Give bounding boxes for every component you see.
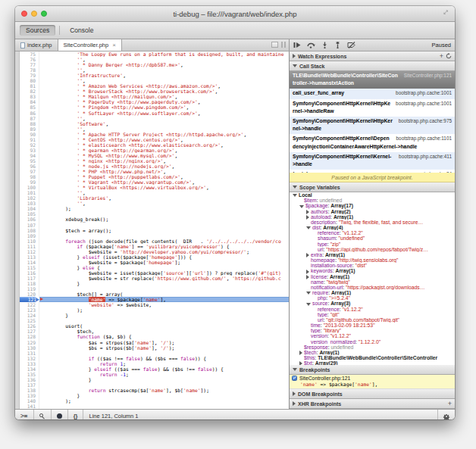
line-number[interactable]: 100 <box>20 185 39 190</box>
line-number[interactable]: 112 <box>20 249 39 254</box>
disclosure-closed-icon[interactable] <box>306 270 309 274</box>
line-number[interactable]: 128 <box>20 334 39 339</box>
line-number[interactable]: 140 <box>20 398 39 404</box>
line-number[interactable]: 99 <box>20 179 39 185</box>
scope-variable-row[interactable]: authors: Array(2) <box>290 209 455 214</box>
call-stack-frame[interactable]: bootstrap.php.cache:1001call_user_func_a… <box>290 89 455 98</box>
line-number[interactable]: 113 <box>20 254 39 260</box>
scope-variable-row[interactable]: extra: Array(1) <box>290 252 455 257</box>
line-number[interactable]: 122 <box>20 302 39 307</box>
disclosure-open-icon[interactable] <box>299 205 304 208</box>
pretty-print-button[interactable]: {} <box>68 410 84 419</box>
line-number[interactable]: 94 <box>20 153 39 158</box>
breakpoint-checkbox[interactable]: ✓ <box>292 376 297 381</box>
scope-variable-row[interactable]: keywords: Array(1) <box>290 268 455 273</box>
add-watch-icon[interactable]: + <box>440 53 443 59</box>
line-number[interactable]: 75 <box>20 51 39 57</box>
settings-button[interactable] <box>437 410 455 419</box>
disclosure-open-icon[interactable] <box>293 368 297 371</box>
scope-variable-row[interactable]: name: "twig/twig" <box>290 279 455 285</box>
resize-icon[interactable] <box>443 10 450 17</box>
line-number[interactable]: 129 <box>20 340 39 345</box>
line-number[interactable]: 117 <box>20 276 39 281</box>
line-number[interactable]: 92 <box>20 142 39 148</box>
line-number[interactable]: 110 <box>20 239 39 244</box>
close-tab-icon[interactable]: × <box>112 42 116 48</box>
close-window-icon[interactable] <box>21 11 27 17</box>
line-number[interactable]: 108 <box>20 228 39 233</box>
disclosure-closed-icon[interactable] <box>293 391 296 396</box>
line-number[interactable]: 126 <box>20 323 39 329</box>
line-number[interactable]: 105 <box>20 211 39 217</box>
refresh-icon[interactable] <box>446 53 452 59</box>
line-number[interactable]: 98 <box>20 174 39 179</box>
scope-variable-row[interactable]: $response: undefined <box>290 345 455 350</box>
line-number[interactable]: 132 <box>20 356 39 361</box>
line-number[interactable]: 118 <box>20 281 39 286</box>
scope-variable-row[interactable]: $item: undefined <box>290 198 455 203</box>
line-number[interactable]: 89 <box>20 126 39 132</box>
disclosure-closed-icon[interactable] <box>306 210 309 214</box>
disclosure-closed-icon[interactable] <box>306 275 309 279</box>
line-number[interactable]: 91 <box>20 137 39 142</box>
scope-variable-row[interactable]: time: "2013-02-09 18:21:53" <box>290 323 455 328</box>
pause-on-exceptions-button[interactable] <box>52 410 68 419</box>
line-number[interactable]: 77 <box>20 62 39 67</box>
line-number[interactable]: 123 <box>20 307 39 313</box>
scope-variable-row[interactable]: dist: Array(4) <box>290 225 455 230</box>
line-number[interactable]: 101 <box>20 190 39 195</box>
disclosure-open-icon[interactable] <box>293 186 297 189</box>
zoom-window-icon[interactable] <box>41 11 47 17</box>
line-number[interactable]: 131 <box>20 351 39 356</box>
disclosure-open-icon[interactable] <box>306 292 311 295</box>
call-stack-frame[interactable]: bootstrap.php.cache:1101Symfony\Componen… <box>290 134 455 151</box>
split-view-icon[interactable] <box>281 42 286 48</box>
scope-variable-row[interactable]: license: Array(1) <box>290 274 455 279</box>
disclosure-open-icon[interactable] <box>293 64 297 67</box>
step-into-icon[interactable] <box>321 42 328 48</box>
call-stack-frame[interactable]: bootstrap.php.cache:975Symfony\Component… <box>290 117 455 134</box>
scope-section-row[interactable]: Local <box>290 192 455 198</box>
line-number[interactable]: 76 <box>20 57 39 62</box>
scope-variable-row[interactable]: version: "v1.12.2" <box>290 333 455 338</box>
scope-variable-row[interactable]: url: "git://github.com/fabpot/Twig.git" <box>290 317 455 323</box>
call-stack-frame[interactable]: bootstrap.php.cache:411Symfony\Component… <box>290 152 455 170</box>
scope-variable-row[interactable]: notification-url: "https://packagist.org… <box>290 285 455 290</box>
line-number[interactable]: 78 <box>20 67 39 73</box>
line-number[interactable]: 106 <box>20 217 39 222</box>
line-number[interactable]: 84 <box>20 99 39 104</box>
line-number[interactable]: 103 <box>20 201 39 206</box>
line-number[interactable]: 133 <box>20 361 39 366</box>
line-number[interactable]: 95 <box>20 158 39 164</box>
line-number[interactable]: 120 <box>20 292 39 297</box>
show-navigator-icon[interactable] <box>271 42 278 48</box>
deactivate-breakpoints-icon[interactable] <box>347 42 356 48</box>
line-number[interactable]: 109 <box>20 233 39 239</box>
file-tab-sitecontroller-php[interactable]: SiteController.php × <box>58 39 122 51</box>
line-number[interactable]: 97 <box>20 169 39 174</box>
tab-sources[interactable]: Sources <box>20 25 55 36</box>
line-number[interactable]: 135 <box>20 372 39 377</box>
add-xhr-breakpoint-icon[interactable]: + <box>448 401 452 407</box>
line-number[interactable]: 137 <box>20 382 39 388</box>
scope-variable-row[interactable]: shasum: "undefined" <box>290 235 455 241</box>
scope-variable-row[interactable]: $tech: Array(1) <box>290 350 455 355</box>
line-number[interactable]: 93 <box>20 148 39 153</box>
line-number[interactable]: 138 <box>20 388 39 393</box>
line-number[interactable]: 119 <box>20 286 39 292</box>
line-number[interactable]: 79 <box>20 73 39 78</box>
scope-variable-row[interactable]: installation-source: "dist" <box>290 263 455 268</box>
minimize-window-icon[interactable] <box>31 11 37 17</box>
scope-variable-row[interactable]: source: Array(3) <box>290 301 455 306</box>
line-number[interactable]: 90 <box>20 132 39 137</box>
scope-variable-row[interactable]: description: "Twig, the flexible, fast, … <box>290 220 455 225</box>
scope-variable-row[interactable]: php: ">=5.2.4" <box>290 295 455 301</box>
line-number[interactable]: 127 <box>20 329 39 334</box>
resume-icon[interactable] <box>293 42 301 48</box>
section-dom-breakpoints[interactable]: DOM Breakpoints <box>290 389 455 399</box>
disclosure-open-icon[interactable] <box>293 194 297 197</box>
section-watch-expressions[interactable]: Watch Expressions + <box>290 51 455 61</box>
call-stack-frame[interactable]: bootstrap.php.cache:1001Symfony\Componen… <box>290 99 455 117</box>
section-call-stack[interactable]: Call Stack <box>290 61 455 71</box>
scope-variable-row[interactable]: type: "library" <box>290 328 455 333</box>
